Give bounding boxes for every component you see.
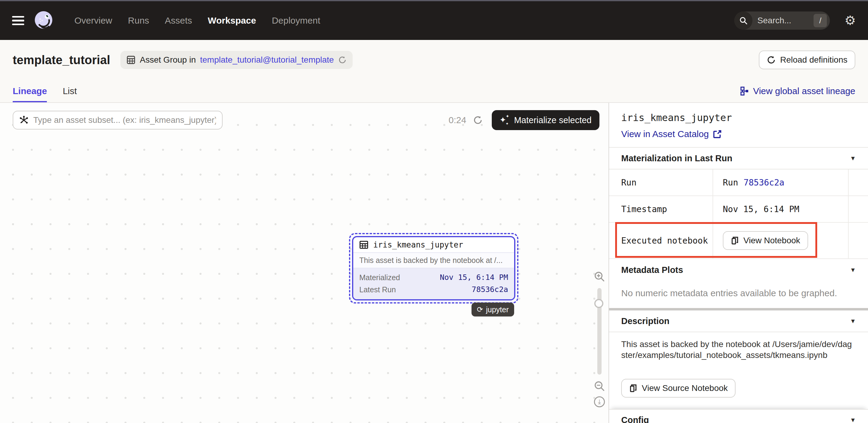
- asset-group-grid-icon: [126, 55, 135, 64]
- section-metadata-plots: Metadata Plots ▼: [609, 259, 868, 281]
- section-materialization: Materialization in Last Run ▼: [609, 147, 868, 169]
- page-header: template_tutorial Asset Group in templat…: [0, 40, 868, 80]
- reload-icon: [767, 55, 776, 64]
- chevron-down-icon[interactable]: ▼: [850, 267, 856, 274]
- view-source-notebook-button[interactable]: View Source Notebook: [621, 379, 736, 398]
- external-link-icon: [713, 130, 722, 138]
- graph-fanout-icon: [19, 116, 28, 125]
- badge-refresh-icon[interactable]: [338, 56, 347, 64]
- gear-icon[interactable]: ⚙: [844, 14, 856, 27]
- tab-bar: Lineage List View global asset lineage: [0, 80, 868, 103]
- lineage-graph-icon: [740, 87, 749, 96]
- zoom-in-icon[interactable]: [594, 271, 605, 282]
- content: Type an asset subset... (ex: iris_kmeans…: [0, 103, 868, 423]
- tab-list[interactable]: List: [63, 80, 77, 102]
- materialization-table: Run Run78536c2a Timestamp Nov 15, 6:14 P…: [609, 169, 868, 259]
- timestamp-row-label: Timestamp: [609, 196, 713, 223]
- jupyter-tag-label: jupyter: [486, 305, 509, 314]
- nav-item-runs[interactable]: Runs: [128, 16, 149, 26]
- metadata-plots-empty-message: No numeric metadata entries available to…: [609, 281, 868, 308]
- panel-asset-title: iris_kmeans_jupyter: [621, 112, 856, 123]
- view-in-asset-catalog-link[interactable]: View in Asset Catalog: [621, 129, 856, 139]
- chevron-down-icon[interactable]: ▼: [850, 318, 856, 325]
- asset-node-selected[interactable]: iris_kmeans_jupyter This asset is backed…: [349, 233, 518, 303]
- asset-node[interactable]: iris_kmeans_jupyter This asset is backed…: [352, 236, 515, 300]
- zoom-slider[interactable]: [597, 288, 601, 374]
- view-global-asset-lineage-link[interactable]: View global asset lineage: [740, 80, 855, 102]
- zoom-slider-handle[interactable]: [594, 299, 603, 308]
- zoom-controls: ⤓: [593, 271, 606, 407]
- sparkle-icon: ✦✦✦: [500, 115, 509, 125]
- jupyter-tag[interactable]: ⟳ jupyter: [471, 303, 514, 316]
- asset-node-title: iris_kmeans_jupyter: [373, 240, 463, 249]
- materialized-value: Nov 15, 6:14 PM: [440, 271, 508, 283]
- run-row-label: Run: [609, 170, 713, 196]
- primary-nav: Overview Runs Assets Workspace Deploymen…: [74, 16, 320, 26]
- canvas-refresh-icon[interactable]: [473, 115, 483, 125]
- asset-node-stats: Materialized Nov 15, 6:14 PM Latest Run …: [353, 268, 514, 299]
- nav-item-overview[interactable]: Overview: [74, 16, 112, 26]
- materialized-label: Materialized: [359, 271, 400, 283]
- table-row-executed-notebook: Executed notebook View Notebook: [609, 223, 868, 259]
- section-divider: [609, 308, 868, 310]
- section-description: Description ▼: [609, 310, 868, 332]
- asset-group-prefix: Asset Group in: [140, 55, 196, 65]
- table-icon: [359, 240, 368, 249]
- top-nav: Overview Runs Assets Workspace Deploymen…: [0, 0, 868, 40]
- description-text: This asset is backed by the notebook at …: [609, 332, 868, 361]
- refresh-timer: 0:24: [448, 115, 466, 125]
- search-shortcut-badge: /: [813, 14, 827, 27]
- description-section-title: Description: [621, 316, 670, 326]
- timestamp-value: Nov 15, 6:14 PM: [713, 196, 849, 223]
- asset-group-link[interactable]: template_tutorial@tutorial_template: [200, 55, 334, 65]
- notebook-copy-icon: [731, 236, 739, 245]
- materialize-selected-label: Materialize selected: [514, 115, 592, 125]
- asset-subset-placeholder: Type an asset subset... (ex: iris_kmeans…: [33, 115, 216, 125]
- view-global-asset-lineage-label: View global asset lineage: [753, 86, 855, 96]
- chevron-down-icon[interactable]: ▼: [850, 155, 856, 162]
- notebook-copy-icon: [629, 384, 638, 392]
- run-id-link[interactable]: 78536c2a: [744, 178, 784, 188]
- table-row-timestamp: Timestamp Nov 15, 6:14 PM: [609, 196, 868, 223]
- run-value-prefix: Run: [723, 178, 738, 188]
- tab-lineage[interactable]: Lineage: [13, 80, 47, 102]
- table-row-run: Run Run78536c2a: [609, 170, 868, 196]
- asset-details-panel: iris_kmeans_jupyter View in Asset Catalo…: [609, 103, 868, 423]
- chevron-down-icon[interactable]: ▼: [850, 417, 856, 423]
- asset-subset-input[interactable]: Type an asset subset... (ex: iris_kmeans…: [13, 111, 223, 129]
- lineage-canvas[interactable]: Type an asset subset... (ex: iris_kmeans…: [0, 103, 609, 423]
- section-config: Config ▼: [609, 409, 868, 423]
- latest-run-label: Latest Run: [359, 283, 396, 296]
- reload-definitions-label: Reload definitions: [780, 55, 847, 65]
- sync-icon: ⟳: [477, 306, 483, 313]
- zoom-out-icon[interactable]: [594, 381, 605, 392]
- view-notebook-button[interactable]: View Notebook: [723, 231, 808, 250]
- page-title: template_tutorial: [13, 53, 110, 67]
- metadata-plots-section-title: Metadata Plots: [621, 265, 683, 275]
- search-input[interactable]: Search... /: [734, 11, 830, 30]
- search-placeholder: Search...: [757, 16, 813, 25]
- materialize-selected-button[interactable]: ✦✦✦ Materialize selected: [492, 110, 599, 130]
- nav-item-workspace[interactable]: Workspace: [208, 16, 256, 26]
- asset-group-badge: Asset Group in template_tutorial@tutoria…: [120, 51, 353, 69]
- latest-run-value[interactable]: 78536c2a: [472, 283, 508, 296]
- reload-definitions-button[interactable]: Reload definitions: [759, 51, 855, 69]
- view-source-notebook-label: View Source Notebook: [642, 383, 728, 393]
- dagster-logo-icon[interactable]: [33, 10, 54, 31]
- executed-notebook-row-label: Executed notebook: [609, 223, 713, 259]
- view-notebook-label: View Notebook: [743, 236, 800, 245]
- dagster-app: Overview Runs Assets Workspace Deploymen…: [0, 0, 868, 423]
- materialization-section-title: Materialization in Last Run: [621, 153, 732, 163]
- hamburger-icon[interactable]: [12, 16, 24, 25]
- nav-item-deployment[interactable]: Deployment: [272, 16, 320, 26]
- canvas-toolbar: Type an asset subset... (ex: iris_kmeans…: [13, 110, 599, 130]
- nav-item-assets[interactable]: Assets: [165, 16, 192, 26]
- download-image-icon[interactable]: ⤓: [594, 396, 605, 407]
- search-icon: [734, 11, 752, 30]
- asset-node-description: This asset is backed by the notebook at …: [353, 252, 514, 268]
- view-in-asset-catalog-label: View in Asset Catalog: [621, 129, 709, 139]
- config-section-title: Config: [621, 415, 649, 423]
